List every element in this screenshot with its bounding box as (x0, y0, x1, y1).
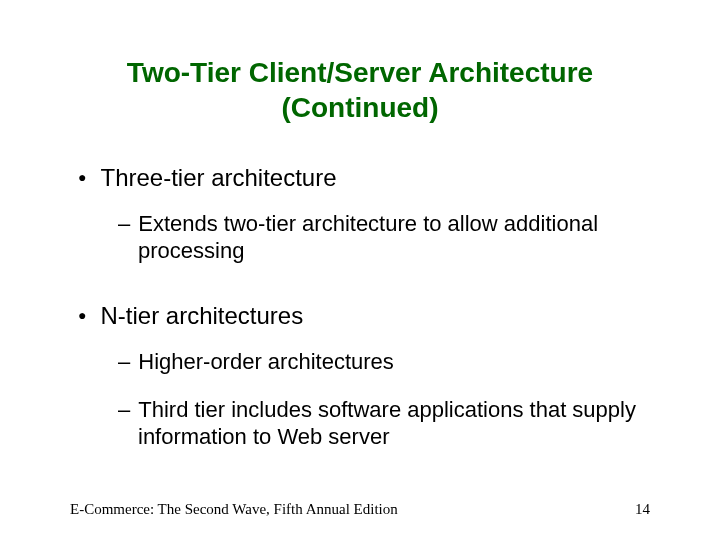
title-line-1: Two-Tier Client/Server Architecture (127, 57, 593, 88)
bullet-dash-icon: – (118, 211, 130, 236)
footer-left-text: E-Commerce: The Second Wave, Fifth Annua… (70, 501, 398, 518)
bullet-text: Extends two-tier architecture to allow a… (138, 211, 598, 263)
bullet-dot-icon: ● (78, 307, 86, 325)
bullet-level2: –Higher-order architectures (118, 349, 650, 376)
bullet-text: Higher-order architectures (138, 349, 394, 374)
spacer (70, 287, 650, 301)
bullet-level1: ●N-tier architectures (78, 301, 650, 331)
bullet-dash-icon: – (118, 349, 130, 374)
bullet-level2: –Third tier includes software applicatio… (118, 397, 650, 451)
bullet-dash-icon: – (118, 397, 130, 422)
bullet-text: Third tier includes software application… (138, 397, 636, 449)
bullet-level2: –Extends two-tier architecture to allow … (118, 211, 650, 265)
bullet-level1: ●Three-tier architecture (78, 163, 650, 193)
footer: E-Commerce: The Second Wave, Fifth Annua… (70, 501, 650, 518)
bullet-text: N-tier architectures (100, 302, 303, 329)
title-line-2: (Continued) (281, 92, 438, 123)
page-number: 14 (635, 501, 650, 518)
slide-title: Two-Tier Client/Server Architecture (Con… (70, 55, 650, 125)
bullet-dot-icon: ● (78, 169, 86, 187)
slide: Two-Tier Client/Server Architecture (Con… (0, 0, 720, 540)
bullet-text: Three-tier architecture (100, 164, 336, 191)
